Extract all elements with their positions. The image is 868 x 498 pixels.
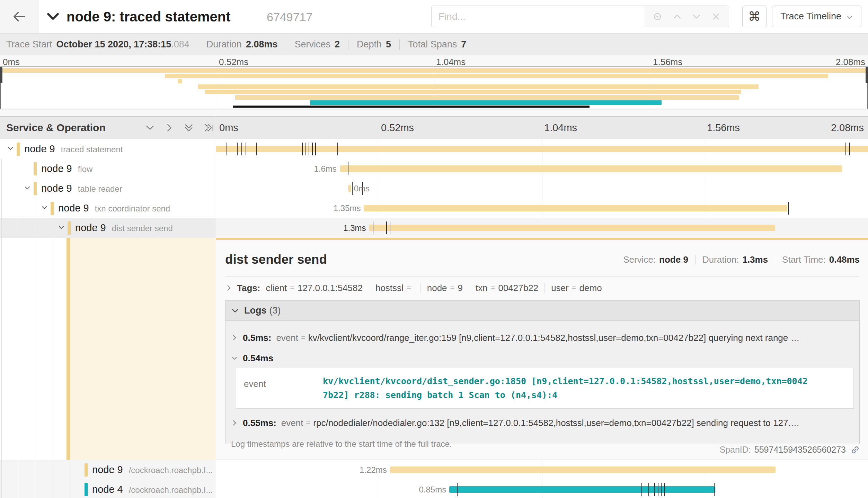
find-clear-icon[interactable] — [711, 12, 720, 21]
span-row[interactable]: node 9/cockroach.roachpb.I...1.22ms — [0, 460, 868, 480]
span-service-name: node 9 — [41, 183, 72, 194]
services-value: 2 — [335, 39, 340, 50]
span-id-row: SpanID: 5597415943526560273 — [719, 445, 860, 455]
find-prev-icon[interactable] — [672, 12, 682, 21]
span-bar[interactable] — [390, 467, 776, 473]
span-log-tick — [309, 143, 309, 155]
span-log-tick — [849, 143, 850, 155]
minimap-tick: 0.52ms — [219, 57, 248, 67]
view-selector-label: Trace Timeline — [780, 11, 841, 22]
divider — [225, 276, 860, 277]
log-entry[interactable]: 0.55ms: event = rpc/nodedialer/nodediale… — [225, 412, 859, 434]
tree-guide — [19, 460, 19, 480]
keyboard-shortcuts-button[interactable]: ⌘ — [742, 6, 767, 27]
tree-guide — [53, 238, 53, 460]
span-color-swatch — [34, 162, 37, 175]
tree-guide — [19, 218, 19, 238]
log-field-table: event kv/kvclient/kvcoord/dist_sender.go… — [236, 368, 854, 409]
tree-guide — [36, 218, 36, 238]
logs-header[interactable]: Logs (3) — [225, 301, 859, 321]
log-timestamp: 0.5ms: — [243, 333, 271, 343]
span-row[interactable]: node 9table reader0ms — [0, 179, 868, 198]
chevron-right-icon — [225, 284, 233, 292]
span-row[interactable]: node 9dist sender send1.3ms — [0, 218, 868, 238]
left-scrubber-handle[interactable] — [0, 67, 2, 83]
divider — [286, 39, 286, 50]
log-entry-expanded-header[interactable]: 0.54ms — [225, 349, 859, 367]
minimap-span-bar — [165, 74, 828, 78]
span-log-tick — [654, 483, 655, 496]
find-input[interactable] — [432, 6, 644, 27]
span-row[interactable]: node 9txn coordinator send1.35ms — [0, 198, 868, 218]
equals-sign: = — [301, 333, 305, 342]
column-splitter[interactable] — [216, 116, 216, 498]
collapse-one-icon[interactable] — [145, 123, 155, 133]
span-operation-name: /cockroach.roachpb.I... — [129, 485, 213, 495]
tree-guide — [19, 480, 19, 498]
span-bar[interactable] — [369, 225, 775, 231]
expanded-span-left-column — [0, 238, 216, 460]
span-log-tick — [305, 143, 306, 155]
tree-guide — [19, 238, 19, 460]
right-scrubber-handle[interactable] — [866, 67, 868, 83]
log-value: kv/kvclient/kvcoord/range_iter.go:159 [n… — [308, 333, 800, 343]
log-entry[interactable]: 0.5ms: event = kv/kvclient/kvcoord/range… — [225, 327, 859, 348]
tags-toggle-row[interactable]: Tags: client = 127.0.0.1:54582 hostssl =… — [225, 279, 860, 297]
divider — [775, 255, 775, 264]
span-log-tick — [457, 483, 458, 496]
span-bar[interactable] — [216, 146, 868, 152]
tree-guide — [19, 159, 19, 179]
span-bar[interactable] — [364, 205, 787, 211]
trace-collapse-chevron-icon[interactable] — [46, 10, 60, 23]
tree-guide — [53, 460, 53, 480]
span-color-swatch — [85, 483, 88, 496]
expander-chevron-icon[interactable] — [7, 145, 15, 153]
trace-start-value: October 15 2020, 17:38:15.084 — [56, 39, 189, 50]
expand-one-icon[interactable] — [164, 123, 175, 133]
span-row[interactable]: node 9traced statement — [0, 139, 868, 159]
equals-sign: = — [491, 283, 495, 292]
span-operation-name: /cockroach.roachpb.I... — [129, 465, 213, 475]
trace-summary-bar: Trace Start October 15 2020, 17:38:15.08… — [0, 33, 868, 55]
back-button[interactable] — [0, 0, 38, 33]
find-next-icon[interactable] — [692, 12, 701, 21]
span-service-name: node 9 — [24, 143, 55, 154]
divider — [369, 283, 369, 293]
view-selector-button[interactable]: Trace Timeline — [772, 6, 861, 27]
tag-value: 9 — [458, 283, 462, 293]
collapse-all-icon[interactable] — [184, 123, 194, 133]
tag-value: 127.0.0.1:54582 — [298, 283, 363, 293]
column-resize-grip[interactable] — [207, 125, 213, 131]
total-spans-value: 7 — [461, 39, 466, 50]
locate-icon[interactable] — [653, 12, 662, 21]
span-row[interactable]: node 9flow1.6ms — [0, 159, 868, 179]
expander-chevron-icon[interactable] — [58, 224, 65, 232]
span-name-labels: node 9txn coordinator send — [58, 198, 170, 218]
minimap-canvas[interactable] — [0, 66, 868, 109]
detail-accent-strip — [216, 238, 868, 240]
tree-guide — [1, 159, 2, 179]
span-log-tick — [241, 143, 242, 155]
span-name-labels: node 9/cockroach.roachpb.I... — [92, 460, 213, 480]
log-key: event — [276, 333, 298, 343]
link-icon[interactable] — [851, 445, 860, 454]
span-bar[interactable] — [449, 486, 715, 493]
span-log-tick — [714, 483, 715, 496]
expander-chevron-icon[interactable] — [24, 184, 32, 192]
page-title: node 9: traced statement — [67, 0, 230, 33]
tag-key: user — [551, 283, 569, 293]
find-group — [431, 6, 729, 27]
span-bar[interactable] — [340, 165, 842, 172]
start-time-value: 0.48ms — [829, 254, 860, 265]
span-log-tick — [246, 143, 246, 155]
span-log-tick — [373, 221, 373, 234]
tree-guide — [1, 480, 2, 498]
minimap-tick: 1.56ms — [653, 57, 682, 67]
tree-guide — [19, 198, 19, 218]
span-log-tick — [386, 221, 387, 234]
span-color-swatch — [68, 221, 71, 235]
tag-key: txn — [476, 283, 488, 293]
span-row[interactable]: node 4/cockroach.roachpb.I...0.85ms — [0, 480, 868, 498]
expander-chevron-icon[interactable] — [41, 204, 48, 212]
span-bar[interactable] — [348, 185, 351, 192]
